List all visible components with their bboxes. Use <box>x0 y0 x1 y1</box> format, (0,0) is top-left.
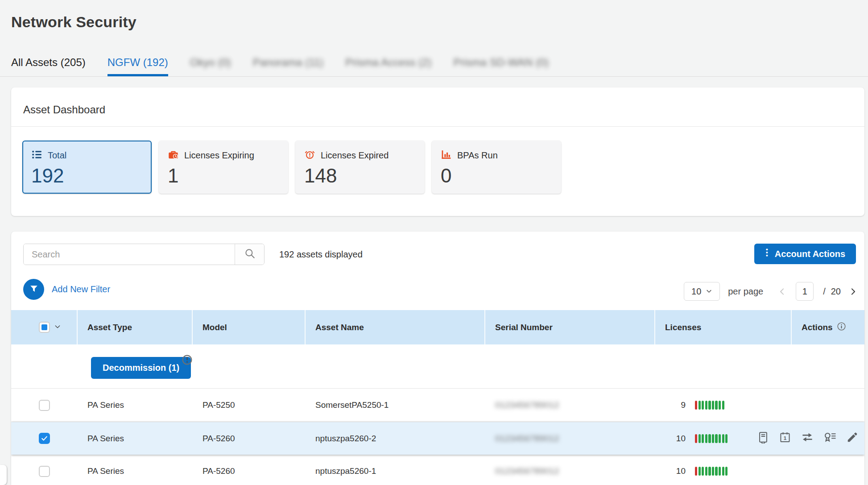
license-icon[interactable] <box>823 431 837 446</box>
license-bar-green <box>708 434 711 443</box>
tab-all-assets[interactable]: All Assets (205) <box>11 56 86 76</box>
network-security-page: Network Security All Assets (205) NGFW (… <box>0 0 868 485</box>
current-page-input[interactable] <box>796 282 814 301</box>
table-header-row: Asset Type Model Asset Name Serial Numbe… <box>11 310 864 344</box>
stat-label-licenses-expiring: Licenses Expiring <box>184 150 254 161</box>
decommission-button[interactable]: Decommission (1) <box>91 357 191 379</box>
asset-name-cell: nptuszpa5260-1 <box>306 466 485 476</box>
license-bar-green <box>725 467 727 476</box>
device-report-icon[interactable] <box>757 431 769 446</box>
chevron-down-icon[interactable] <box>54 323 61 332</box>
license-bar-green <box>705 401 707 410</box>
page-size-select[interactable]: 10 <box>684 282 720 301</box>
license-bar-green <box>712 467 714 476</box>
stat-value-total: 192 <box>31 166 143 186</box>
stat-card-row: Total 192 Licenses Expiring 1 <box>22 141 561 194</box>
bar-chart-icon <box>441 149 452 162</box>
tab-prisma-access[interactable]: Prisma Access (2) <box>345 56 431 76</box>
account-actions-label: Account Actions <box>775 249 845 259</box>
table-body: Decommission (1) PA Series PA-5250 Somer… <box>11 344 864 485</box>
warning-icon[interactable] <box>182 354 193 367</box>
row-checkbox[interactable] <box>39 400 50 411</box>
alarm-clock-icon <box>304 149 315 162</box>
stat-label-bpas-run: BPAs Run <box>457 150 498 161</box>
assets-displayed-count: 192 assets displayed <box>279 244 363 265</box>
licenses-cell: 10 <box>655 434 792 444</box>
filter-bar: Add New Filter <box>23 279 110 300</box>
table-row[interactable]: PA Series PA-5250 SomersetPA5250-1 01234… <box>11 389 864 422</box>
serial-number-cell: 0123456789012 <box>485 466 655 476</box>
next-page-button[interactable] <box>848 287 858 296</box>
tab-panorama[interactable]: Panorama (11) <box>253 56 323 76</box>
renewal-calendar-icon[interactable]: 1 <box>779 431 791 446</box>
chevron-down-icon <box>706 286 712 297</box>
asset-dashboard-card: Asset Dashboard Total 192 Licenses Expir… <box>11 87 864 216</box>
license-bar-green <box>719 434 721 443</box>
column-header-serial-number[interactable]: Serial Number <box>485 310 655 344</box>
svg-text:1: 1 <box>784 435 787 441</box>
licenses-cell: 10 <box>655 466 792 476</box>
license-bar-green <box>722 434 724 443</box>
license-bar-red <box>695 434 697 443</box>
transfer-icon[interactable] <box>801 431 814 446</box>
table-row[interactable]: PA Series PA-5260 nptuszpa5260-2 0123456… <box>11 422 864 455</box>
tab-ngfw[interactable]: NGFW (192) <box>107 56 168 76</box>
column-header-asset-type[interactable]: Asset Type <box>78 310 193 344</box>
dashboard-divider <box>11 126 864 127</box>
info-icon[interactable] <box>837 322 846 333</box>
search-icon <box>244 248 256 261</box>
stat-card-bpas-run[interactable]: BPAs Run 0 <box>432 141 561 194</box>
column-header-model[interactable]: Model <box>193 310 306 344</box>
column-header-licenses[interactable]: Licenses <box>655 310 792 344</box>
account-actions-button[interactable]: Account Actions <box>754 244 856 264</box>
cutoff-side-button[interactable] <box>0 465 7 485</box>
stat-value-licenses-expired: 148 <box>304 166 416 186</box>
stat-card-licenses-expiring[interactable]: Licenses Expiring 1 <box>159 141 288 194</box>
previous-page-button[interactable] <box>777 287 787 296</box>
license-bar-green <box>722 401 724 410</box>
redacted-serial: 0123456789012 <box>495 466 559 476</box>
model-cell: PA-5260 <box>193 466 306 476</box>
search-input[interactable] <box>24 244 235 265</box>
license-bar-green <box>725 434 727 443</box>
stat-label-total: Total <box>48 150 66 161</box>
license-bars <box>695 434 727 443</box>
model-cell: PA-5250 <box>193 400 306 410</box>
asset-type-cell: PA Series <box>78 434 193 444</box>
per-page-label: per page <box>728 286 763 297</box>
tab-prisma-sdwan[interactable]: Prisma SD-WAN (0) <box>453 56 549 76</box>
row-checkbox[interactable] <box>39 466 50 477</box>
tab-okyo[interactable]: Okyo (0) <box>190 56 231 76</box>
licenses-cell: 9 <box>655 400 792 410</box>
asset-name-cell: SomersetPA5250-1 <box>306 400 485 410</box>
assets-table-card: 192 assets displayed Account Actions Add… <box>11 232 864 485</box>
license-bar-green <box>702 401 704 410</box>
asset-type-cell: PA Series <box>78 400 193 410</box>
serial-number-cell: 0123456789012 <box>485 400 655 410</box>
edit-icon[interactable] <box>846 431 859 446</box>
license-bar-green <box>712 401 714 410</box>
select-all-checkbox[interactable] <box>39 322 50 333</box>
tab-bar: All Assets (205) NGFW (192) Okyo (0) Pan… <box>0 48 868 77</box>
funnel-icon <box>29 284 39 295</box>
stat-card-licenses-expired[interactable]: Licenses Expired 148 <box>295 141 425 194</box>
license-bars <box>695 401 724 410</box>
add-filter-button[interactable] <box>23 279 44 300</box>
license-bar-green <box>699 401 701 410</box>
license-count: 10 <box>655 466 686 476</box>
row-checkbox[interactable] <box>39 433 50 444</box>
license-bar-green <box>719 467 721 476</box>
table-row[interactable]: PA Series PA-5260 nptuszpa5260-1 0123456… <box>11 455 864 485</box>
license-count: 10 <box>655 434 686 444</box>
stat-label-licenses-expired: Licenses Expired <box>321 150 389 161</box>
license-bar-green <box>715 434 717 443</box>
stat-card-total[interactable]: Total 192 <box>22 141 152 194</box>
license-bar-green <box>702 467 704 476</box>
stat-value-bpas-run: 0 <box>441 166 552 186</box>
stat-value-licenses-expiring: 1 <box>168 166 279 186</box>
column-header-asset-name[interactable]: Asset Name <box>306 310 485 344</box>
search-button[interactable] <box>235 244 264 265</box>
model-cell: PA-5260 <box>193 434 306 444</box>
actions-cell: 1 <box>792 431 864 446</box>
add-new-filter-link[interactable]: Add New Filter <box>52 284 110 294</box>
